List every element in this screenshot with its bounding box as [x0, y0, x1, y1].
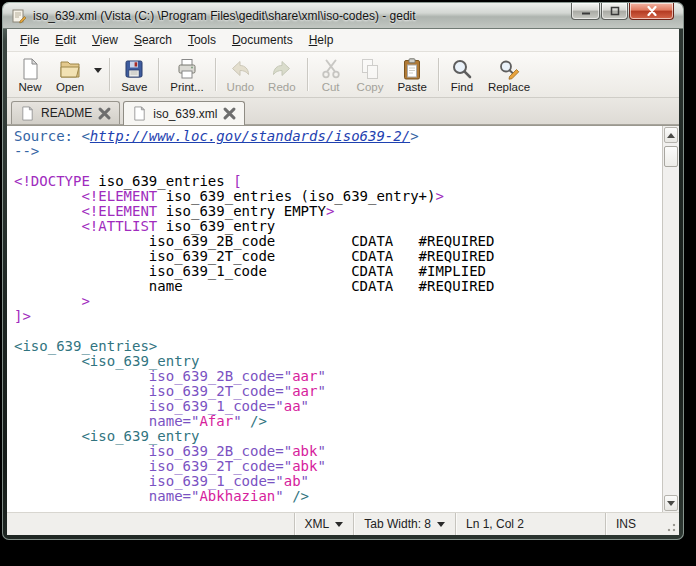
- language-selector[interactable]: XML: [294, 513, 354, 535]
- code-line: iso_639_2T_code CDATA #REQUIRED: [14, 249, 662, 264]
- client-area: FileEditViewSearchToolsDocumentsHelp New…: [7, 29, 679, 535]
- new-button[interactable]: New: [11, 54, 49, 95]
- find-button-label: Find: [451, 81, 473, 93]
- cut-icon: [319, 57, 343, 81]
- gedit-app-icon: [11, 8, 27, 24]
- save-icon: [122, 57, 146, 81]
- toolbar-separator: [158, 58, 159, 91]
- paste-button-label: Paste: [397, 81, 426, 93]
- code-line: Source: <http://www.loc.gov/standards/is…: [14, 129, 662, 144]
- code-line: iso_639_2B_code="abk": [14, 444, 662, 459]
- tab-close-button[interactable]: [223, 107, 236, 120]
- menu-edit[interactable]: Edit: [48, 30, 83, 50]
- scrollbar-thumb[interactable]: [664, 146, 678, 167]
- gedit-window: iso_639.xml (Vista (C:) \Program Files\g…: [2, 2, 684, 540]
- code-line: >: [14, 294, 662, 309]
- replace-button-label: Replace: [488, 81, 530, 93]
- toolbar: NewOpenSavePrint...UndoRedoCutCopyPasteF…: [7, 52, 679, 98]
- maximize-icon: [610, 6, 620, 16]
- code-line: iso_639_2B_code="aar": [14, 369, 662, 384]
- scroll-down-icon: [667, 501, 675, 506]
- code-line: -->: [14, 144, 662, 159]
- find-button[interactable]: Find: [443, 54, 481, 95]
- open-button[interactable]: Open: [49, 54, 91, 95]
- document-icon: [20, 106, 35, 121]
- tab-iso-639-xml[interactable]: iso_639.xml: [123, 101, 245, 125]
- vertical-scrollbar[interactable]: [662, 126, 679, 512]
- code-line: [14, 324, 662, 339]
- cut-button: Cut: [312, 54, 350, 95]
- code-line: <!DOCTYPE iso_639_entries [: [14, 174, 662, 189]
- code-line: iso_639_2B_code CDATA #REQUIRED: [14, 234, 662, 249]
- copy-icon: [358, 57, 382, 81]
- toolbar-separator: [307, 58, 308, 91]
- editor-text-area[interactable]: Source: <http://www.loc.gov/standards/is…: [7, 126, 662, 512]
- code-line: iso_639_2T_code="abk": [14, 459, 662, 474]
- tab-bar: READMEiso_639.xml: [7, 98, 679, 125]
- tab-label: README: [41, 106, 92, 120]
- resize-grip[interactable]: [663, 519, 677, 533]
- chevron-down-icon: [437, 522, 445, 527]
- new-button-label: New: [18, 81, 41, 93]
- chevron-down-icon: [94, 68, 102, 73]
- cursor-position: Ln 1, Col 2: [455, 513, 605, 535]
- tab-width-selector[interactable]: Tab Width: 8: [353, 513, 455, 535]
- save-button[interactable]: Save: [114, 54, 154, 95]
- code-line: name="Abkhazian" />: [14, 489, 662, 504]
- code-line: <!ATTLIST iso_639_entry: [14, 219, 662, 234]
- redo-button-label: Redo: [268, 81, 296, 93]
- tab-close-button[interactable]: [98, 107, 111, 120]
- cursor-position-label: Ln 1, Col 2: [466, 517, 524, 531]
- minimize-button[interactable]: [571, 3, 600, 20]
- code-line: <iso_639_entry: [14, 354, 662, 369]
- copy-button: Copy: [350, 54, 391, 95]
- menu-documents[interactable]: Documents: [225, 30, 300, 50]
- undo-icon: [228, 57, 252, 81]
- code-line: [14, 159, 662, 174]
- status-bar: XML Tab Width: 8 Ln 1, Col 2 INS: [7, 512, 679, 535]
- code-line: <iso_639_entries>: [14, 339, 662, 354]
- save-button-label: Save: [121, 81, 147, 93]
- redo-icon: [270, 57, 294, 81]
- scroll-down-button[interactable]: [664, 495, 678, 511]
- print-button-label: Print...: [170, 81, 203, 93]
- replace-button[interactable]: Replace: [481, 54, 537, 95]
- code-line: <iso_639_entry: [14, 429, 662, 444]
- editor-area: Source: <http://www.loc.gov/standards/is…: [7, 125, 679, 512]
- menu-tools[interactable]: Tools: [181, 30, 223, 50]
- code-line: iso_639_1_code CDATA #IMPLIED: [14, 264, 662, 279]
- tab-label: iso_639.xml: [153, 107, 217, 121]
- copy-button-label: Copy: [357, 81, 384, 93]
- document-icon: [132, 106, 147, 121]
- menu-view[interactable]: View: [85, 30, 125, 50]
- code-line: iso_639_1_code="ab": [14, 474, 662, 489]
- chevron-down-icon: [335, 522, 343, 527]
- maximize-button[interactable]: [601, 3, 628, 20]
- redo-button: Redo: [261, 54, 303, 95]
- statusbar-spacer: [7, 513, 294, 535]
- menu-help[interactable]: Help: [302, 30, 341, 50]
- code-line: ]>: [14, 309, 662, 324]
- caption-buttons: [571, 3, 674, 20]
- paste-icon: [400, 57, 424, 81]
- open-dropdown-button[interactable]: [91, 54, 105, 95]
- print-button[interactable]: Print...: [163, 54, 210, 95]
- open-button-label: Open: [56, 81, 84, 93]
- toolbar-separator: [109, 58, 110, 91]
- code-line: name="Afar" />: [14, 414, 662, 429]
- menu-search[interactable]: Search: [127, 30, 179, 50]
- close-button[interactable]: [629, 3, 674, 20]
- paste-button[interactable]: Paste: [390, 54, 433, 95]
- menu-file[interactable]: File: [13, 30, 46, 50]
- menu-bar: FileEditViewSearchToolsDocumentsHelp: [7, 29, 679, 52]
- toolbar-separator: [438, 58, 439, 91]
- window-title: iso_639.xml (Vista (C:) \Program Files\g…: [33, 9, 416, 23]
- insert-mode-indicator: INS: [605, 513, 663, 535]
- scrollbar-track[interactable]: [663, 144, 679, 494]
- insert-mode-label: INS: [616, 517, 636, 531]
- cut-button-label: Cut: [322, 81, 340, 93]
- tab-readme[interactable]: README: [11, 101, 120, 124]
- print-icon: [175, 57, 199, 81]
- find-icon: [450, 57, 474, 81]
- scroll-up-button[interactable]: [664, 127, 678, 143]
